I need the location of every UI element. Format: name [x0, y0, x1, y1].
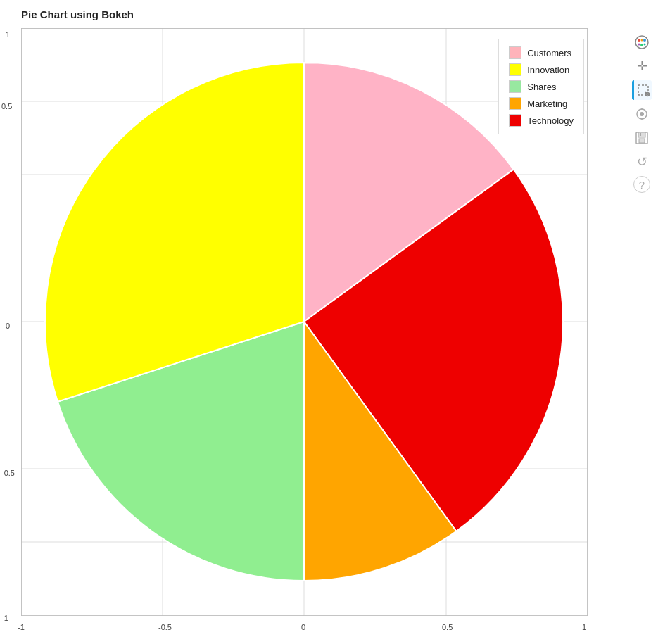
- svg-point-15: [638, 39, 640, 42]
- x-axis-label-1: 1: [582, 623, 586, 631]
- legend-color-marketing: [509, 97, 521, 110]
- x-axis-label-n05: -0.5: [158, 623, 172, 631]
- y-axis-label-1: 1: [6, 30, 10, 39]
- svg-point-25: [640, 112, 644, 116]
- wheel-zoom-button[interactable]: [632, 104, 652, 124]
- pie-chart: [45, 63, 563, 581]
- reset-button[interactable]: ↺: [632, 152, 652, 172]
- legend-label-technology: Technology: [527, 115, 574, 126]
- svg-point-16: [643, 39, 646, 42]
- legend-color-shares: [509, 80, 521, 93]
- save-button[interactable]: [632, 128, 652, 148]
- legend-color-customers: [509, 46, 521, 59]
- pan-tool-button[interactable]: ✛: [632, 56, 652, 76]
- legend: CustomersInnovationSharesMarketingTechno…: [498, 39, 584, 134]
- svg-rect-29: [638, 132, 645, 137]
- legend-color-technology: [509, 114, 521, 127]
- y-axis-label-05: 0.5: [1, 102, 12, 111]
- svg-point-18: [641, 39, 643, 42]
- legend-label-marketing: Marketing: [527, 99, 567, 109]
- x-axis-label-05: 0.5: [442, 623, 453, 631]
- svg-point-20: [644, 44, 646, 46]
- legend-color-innovation: [509, 63, 521, 76]
- legend-item-marketing: Marketing: [509, 97, 574, 110]
- svg-point-19: [638, 44, 640, 46]
- y-axis-label-n1: -1: [1, 614, 8, 622]
- legend-item-technology: Technology: [509, 114, 574, 127]
- legend-item-shares: Shares: [509, 80, 574, 93]
- svg-rect-31: [640, 133, 641, 136]
- chart-container: Pie Chart using Bokeh 1 0.5 0: [0, 0, 658, 644]
- legend-item-customers: Customers: [509, 46, 574, 59]
- bokeh-logo-button[interactable]: [632, 32, 652, 52]
- legend-item-innovation: Innovation: [509, 63, 574, 76]
- svg-point-14: [635, 36, 648, 49]
- legend-label-shares: Shares: [527, 82, 556, 92]
- x-axis-label-0: 0: [301, 623, 305, 631]
- toolbar: ✛ ↺ ?: [629, 28, 654, 197]
- x-axis-label-n1: -1: [18, 623, 25, 631]
- svg-rect-30: [639, 139, 645, 143]
- chart-title: Pie Chart using Bokeh: [21, 8, 134, 20]
- y-axis-label-0: 0: [6, 322, 10, 330]
- help-button[interactable]: ?: [633, 176, 650, 193]
- box-zoom-button[interactable]: [632, 80, 652, 100]
- legend-label-innovation: Innovation: [527, 65, 569, 75]
- y-axis-label-n05: -0.5: [1, 469, 15, 477]
- legend-label-customers: Customers: [527, 48, 571, 58]
- svg-point-17: [640, 44, 643, 46]
